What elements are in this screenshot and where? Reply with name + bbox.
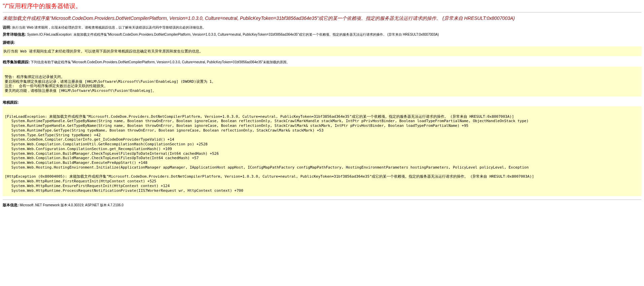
exception-details-text: System.IO.FileLoadException: 未能加载文件或程序集"… <box>26 33 439 36</box>
page-title: "/"应用程序中的服务器错误。 <box>3 2 641 10</box>
stack-trace-label: 堆栈跟踪: <box>3 100 641 105</box>
source-error-box: 执行当前 Web 请求期间生成了未经处理的异常。可以使用下面的异常堆栈跟踪信息确… <box>3 46 641 56</box>
exception-details-label: 异常详细信息: <box>3 32 26 36</box>
stack-trace-box: [FileLoadException: 未能加载文件或程序集"Microsoft… <box>3 106 641 196</box>
exception-message-text: 未能加载文件或程序集"Microsoft.CodeDom.Providers.D… <box>3 15 515 21</box>
description-section: 说明: 执行当前 Web 请求期间，出现未经处理的异常。请检查堆栈跟踪信息，以了… <box>3 25 641 30</box>
assembly-load-trace-box: 警告: 程序集绑定日志记录被关闭。 要启用程序集绑定失败日志记录，请将注册表值 … <box>3 67 641 97</box>
exception-details-section: 异常详细信息: System.IO.FileLoadException: 未能加… <box>3 32 641 37</box>
separator-bottom <box>3 200 641 200</box>
stack-trace-code: [FileLoadException: 未能加载文件或程序集"Microsoft… <box>3 107 641 196</box>
source-error-code: 执行当前 Web 请求期间生成了未经处理的异常。可以使用下面的异常堆栈跟踪信息确… <box>3 47 641 56</box>
version-label: 版本信息: <box>3 203 19 207</box>
separator <box>3 12 641 12</box>
description-label: 说明: <box>3 25 11 29</box>
version-text: Microsoft .NET Framework 版本:4.0.30319; A… <box>19 203 124 207</box>
assembly-load-trace-text: 下列信息有助于确定程序集"Microsoft.CodeDom.Providers… <box>30 60 290 64</box>
description-text: 执行当前 Web 请求期间，出现未经处理的异常。请检查堆栈跟踪信息，以了解有关该… <box>11 26 206 29</box>
assembly-load-trace-section: 程序集加载跟踪: 下列信息有助于确定程序集"Microsoft.CodeDom.… <box>3 60 641 65</box>
assembly-load-trace-label: 程序集加载跟踪: <box>3 60 30 64</box>
source-error-label: 源错误: <box>3 40 641 45</box>
assembly-load-trace-code: 警告: 程序集绑定日志记录被关闭。 要启用程序集绑定失败日志记录，请将注册表值 … <box>3 67 641 96</box>
exception-message: 未能加载文件或程序集"Microsoft.CodeDom.Providers.D… <box>3 15 641 22</box>
version-info: 版本信息: Microsoft .NET Framework 版本:4.0.30… <box>3 203 641 208</box>
